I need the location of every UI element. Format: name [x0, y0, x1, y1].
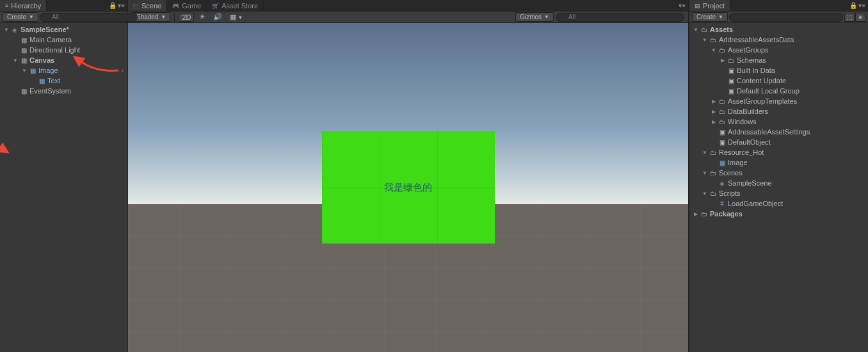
- tree-label: AssetGroupTemplates: [728, 97, 867, 105]
- project-data-builders[interactable]: ▶🗀DataBuilders: [689, 106, 868, 116]
- hierarchy-tab-menu: 🔒 ▾≡: [106, 2, 127, 9]
- csharp-icon: #: [718, 199, 727, 208]
- unity-scene-icon: [10, 25, 19, 34]
- folder-icon: 🗀: [727, 56, 735, 65]
- tree-label: Directional Light: [29, 46, 126, 54]
- expand-toggle[interactable]: ▶: [710, 109, 718, 115]
- project-tab-header: ▤ Project 🔒 ▾≡: [689, 0, 868, 12]
- scene-image-object[interactable]: 我是绿色的: [322, 132, 495, 244]
- menu-icon[interactable]: ▾≡: [118, 2, 125, 9]
- hierarchy-directional-light[interactable]: ▶ Directional Light: [0, 45, 127, 55]
- shaded-dropdown[interactable]: Shaded ▼: [132, 12, 170, 22]
- asset-icon: [727, 76, 735, 85]
- project-windows[interactable]: ▶🗀Windows: [689, 116, 868, 127]
- project-search-input[interactable]: [729, 13, 843, 22]
- project-tab-label: Project: [703, 2, 725, 10]
- expand-toggle[interactable]: ▼: [692, 27, 700, 33]
- hierarchy-toolbar: Create ▼: [0, 12, 127, 23]
- folder-icon: 🗀: [709, 35, 718, 44]
- tree-label: Canvas: [29, 56, 126, 64]
- hierarchy-image[interactable]: ▼ ▦ Image ›: [0, 65, 127, 76]
- project-addressable-asset-settings[interactable]: ▶AddressableAssetSettings: [689, 127, 868, 137]
- project-tree: ▼🗀Assets ▼🗀AddressableAssetsData ▼🗀Asset…: [689, 23, 868, 352]
- project-content-update[interactable]: ▶Content Update: [689, 76, 868, 86]
- asset-store-tab[interactable]: 🛒 Asset Store: [207, 0, 264, 11]
- audio-toggle[interactable]: 🔊: [211, 12, 225, 22]
- expand-toggle[interactable]: ▶: [692, 211, 700, 217]
- expand-toggle[interactable]: ▶: [719, 58, 727, 63]
- expand-toggle[interactable]: ▼: [3, 27, 10, 33]
- expand-toggle[interactable]: ▼: [710, 47, 718, 53]
- project-built-in-data[interactable]: ▶Built In Data: [689, 65, 868, 76]
- game-tab[interactable]: 🎮 Game: [167, 0, 207, 11]
- scene-view[interactable]: 我是绿色的: [128, 23, 688, 352]
- project-sample-scene[interactable]: ▶SampleScene: [689, 178, 868, 188]
- project-create-button[interactable]: Create ▼: [692, 12, 728, 22]
- chevron-right-icon[interactable]: ›: [122, 67, 124, 74]
- folder-icon: 🗀: [718, 45, 727, 54]
- hierarchy-scene-root[interactable]: ▼ SampleScene*: [0, 24, 127, 35]
- project-view-buttons: ⬚ ★: [844, 13, 865, 22]
- hierarchy-tab-label: Hierarchy: [11, 2, 41, 10]
- project-scripts[interactable]: ▼🗀Scripts: [689, 188, 868, 198]
- expand-toggle[interactable]: ▼: [20, 68, 28, 74]
- gizmos-dropdown[interactable]: Gizmos ▼: [515, 12, 554, 22]
- prefab-icon: ▦: [28, 66, 37, 75]
- project-asset-groups[interactable]: ▼🗀AssetGroups: [689, 45, 868, 55]
- project-scenes[interactable]: ▼🗀Scenes: [689, 168, 868, 178]
- project-asset-group-templates[interactable]: ▶🗀AssetGroupTemplates: [689, 96, 868, 106]
- hierarchy-canvas[interactable]: ▼ Canvas: [0, 55, 127, 65]
- hierarchy-event-system[interactable]: ▶ EventSystem: [0, 86, 127, 96]
- hierarchy-create-button[interactable]: Create ▼: [3, 12, 38, 22]
- hierarchy-text[interactable]: ▶ ▦ Text: [0, 76, 127, 86]
- project-schemas[interactable]: ▶🗀Schemas: [689, 55, 868, 65]
- prefab-icon: ▦: [718, 158, 727, 167]
- expand-toggle[interactable]: ▼: [701, 37, 709, 43]
- project-panel: ▤ Project 🔒 ▾≡ Create ▼ ⬚ ★ ▼🗀Assets ▼: [689, 0, 868, 352]
- hierarchy-panel: ≡ Hierarchy 🔒 ▾≡ Create ▼ ▼ SampleScene*: [0, 0, 128, 352]
- tree-label: LoadGameObject: [728, 200, 867, 207]
- hierarchy-tab[interactable]: ≡ Hierarchy: [0, 0, 47, 11]
- project-resource-hot[interactable]: ▼🗀Resource_Hot: [689, 147, 868, 157]
- expand-toggle[interactable]: ▼: [701, 191, 709, 196]
- tree-label: SampleScene: [728, 179, 867, 187]
- project-addressable-assets-data[interactable]: ▼🗀AddressableAssetsData: [689, 35, 868, 45]
- expand-toggle[interactable]: ▶: [710, 99, 718, 104]
- project-packages[interactable]: ▶🗀Packages: [689, 209, 868, 219]
- menu-icon[interactable]: ▾≡: [858, 2, 865, 9]
- lock-icon[interactable]: 🔒: [109, 2, 117, 9]
- hierarchy-search-input[interactable]: [40, 13, 138, 22]
- tree-label: Built In Data: [737, 67, 867, 74]
- expand-toggle[interactable]: ▼: [701, 170, 709, 176]
- 2d-toggle[interactable]: 2D: [179, 13, 194, 22]
- project-default-object[interactable]: ▶DefaultObject: [689, 137, 868, 147]
- scene-search-input[interactable]: [556, 13, 684, 22]
- menu-icon[interactable]: ▾≡: [679, 2, 686, 9]
- center-tab-header: ⬚ Scene 🎮 Game 🛒 Asset Store ▾≡: [128, 0, 688, 12]
- gameobject-icon: [19, 86, 28, 95]
- scene-toolbar: Shaded ▼ 2D ☀ 🔊 ▦▼ Gizmos ▼: [128, 12, 688, 23]
- project-load-game-object[interactable]: ▶#LoadGameObject: [689, 198, 868, 209]
- expand-toggle[interactable]: ▶: [710, 119, 718, 125]
- fx-toggle[interactable]: ▦▼: [227, 12, 245, 22]
- scene-tab[interactable]: ⬚ Scene: [128, 0, 167, 11]
- lock-icon[interactable]: 🔒: [849, 2, 857, 9]
- project-default-local-group[interactable]: ▶Default Local Group: [689, 86, 868, 96]
- project-toolbar: Create ▼ ⬚ ★: [689, 12, 868, 23]
- hierarchy-main-camera[interactable]: ▶ Main Camera: [0, 35, 127, 45]
- expand-toggle[interactable]: ▼: [12, 58, 19, 63]
- dropdown-icon: ▼: [29, 14, 34, 20]
- hierarchy-icon: ≡: [5, 3, 8, 9]
- asset-store-icon: 🛒: [212, 3, 219, 9]
- filter-button[interactable]: ⬚: [844, 13, 855, 22]
- project-assets[interactable]: ▼🗀Assets: [689, 24, 868, 35]
- tree-label: Default Local Group: [737, 87, 867, 95]
- favorite-button[interactable]: ★: [855, 13, 865, 22]
- project-image-prefab[interactable]: ▶▦Image: [689, 157, 868, 168]
- expand-toggle[interactable]: ▼: [701, 150, 709, 156]
- separator: [174, 13, 175, 22]
- light-toggle[interactable]: ☀: [197, 12, 208, 22]
- project-tab[interactable]: ▤ Project: [689, 0, 730, 11]
- tree-label: AssetGroups: [728, 46, 867, 54]
- tree-label: Content Update: [737, 77, 867, 84]
